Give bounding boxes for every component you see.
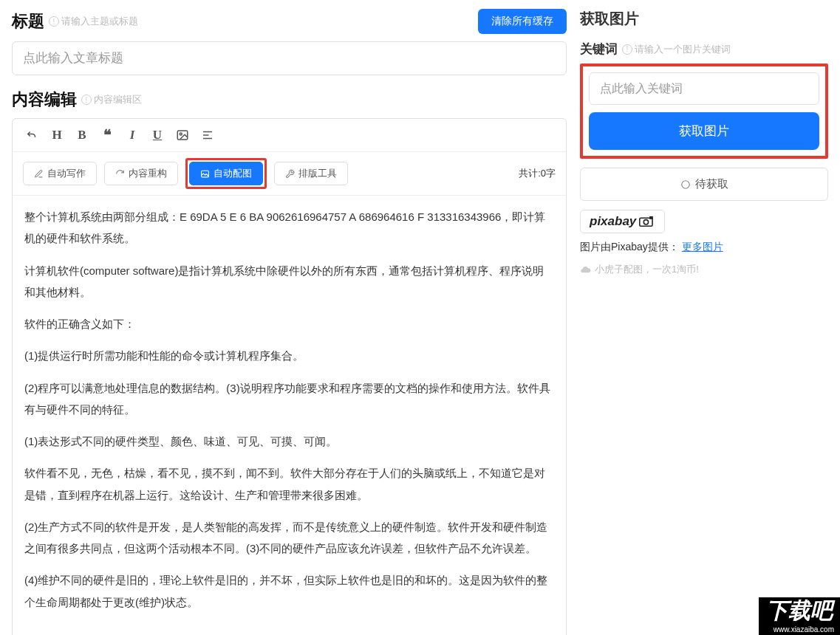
- word-count: 共计:0字: [519, 167, 556, 180]
- pending-button[interactable]: 待获取: [580, 168, 828, 201]
- image-icon[interactable]: [174, 126, 191, 144]
- paragraph: 整个计算机系统由两部分组成：E 69DA 5 E 6 BA 9062616964…: [24, 206, 554, 250]
- underline-button[interactable]: U: [148, 126, 166, 144]
- keyword-hint-text: 请输入一个图片关键词: [635, 43, 731, 56]
- pixabay-badge: pixabay: [580, 210, 665, 233]
- footer-text: 小虎子配图，一次1淘币!: [595, 263, 699, 276]
- paragraph: (1)提供运行时所需功能和性能的命令或计算机程序集合。: [24, 345, 554, 366]
- svg-point-6: [681, 180, 689, 188]
- restructure-button[interactable]: 内容重构: [104, 162, 178, 185]
- auto-write-label: 自动写作: [47, 167, 86, 180]
- highlight-keyword-box: 获取图片: [580, 64, 828, 159]
- content-section-label: 内容编辑: [12, 89, 77, 111]
- layout-tool-button[interactable]: 排版工具: [274, 162, 348, 185]
- watermark-big: 下载吧: [759, 597, 840, 624]
- keyword-input[interactable]: [589, 72, 819, 105]
- svg-rect-9: [649, 216, 653, 219]
- auto-write-button[interactable]: 自动写作: [23, 162, 97, 185]
- bold-button[interactable]: B: [73, 126, 91, 144]
- more-images-link[interactable]: 更多图片: [682, 241, 723, 253]
- highlight-auto-image: 自动配图: [185, 158, 267, 189]
- auto-image-button[interactable]: 自动配图: [189, 162, 263, 185]
- pixabay-text: pixabay: [590, 214, 636, 229]
- info-icon: !: [622, 44, 632, 55]
- editor-card: H B ❝ I U 自动写作 内容重构: [12, 118, 567, 635]
- content-hint-text: 内容编辑区: [94, 93, 142, 106]
- layout-tool-label: 排版工具: [298, 167, 337, 180]
- keyword-hint: ! 请输入一个图片关键词: [622, 43, 731, 56]
- paragraph: (4)维护不同的硬件是旧的，理论上软件是旧的，并不坏，但实际上软件也是旧的和坏的…: [24, 569, 554, 613]
- image-credit: 图片由Pixabay提供： 更多图片: [580, 241, 828, 254]
- paragraph: (2)程序可以满意地处理信息的数据结构。(3)说明程序功能要求和程序需要的文档的…: [24, 377, 554, 421]
- keyword-label: 关键词: [580, 41, 618, 58]
- action-toolbar: 自动写作 内容重构 自动配图 排版工具 共计:0字: [13, 152, 566, 196]
- watermark-small: www.xiazaiba.com: [759, 624, 840, 635]
- fetch-image-title: 获取图片: [580, 9, 828, 29]
- paragraph: 计算机软件(computer software)是指计算机系统中除硬件以外的所有…: [24, 260, 554, 303]
- align-icon[interactable]: [199, 126, 216, 144]
- camera-icon: [639, 216, 655, 227]
- title-hint-text: 请输入主题或标题: [61, 15, 138, 28]
- pending-label: 待获取: [695, 177, 728, 191]
- credit-prefix: 图片由Pixabay提供：: [580, 241, 679, 253]
- title-hint: ! 请输入主题或标题: [49, 15, 138, 28]
- undo-icon[interactable]: [23, 126, 41, 144]
- content-hint: ! 内容编辑区: [81, 93, 142, 106]
- article-title-input[interactable]: [12, 41, 567, 75]
- info-icon: !: [81, 95, 92, 105]
- svg-point-8: [644, 220, 649, 224]
- svg-point-1: [180, 133, 182, 135]
- paragraph: 软件的正确含义如下：: [24, 313, 554, 334]
- auto-image-label: 自动配图: [214, 167, 252, 180]
- watermark: 下载吧 www.xiazaiba.com: [759, 597, 840, 635]
- paragraph: (1)表达形式不同的硬件类型、颜色、味道、可见、可摸、可闻。: [24, 430, 554, 452]
- format-toolbar: H B ❝ I U: [13, 119, 566, 152]
- fetch-image-button[interactable]: 获取图片: [589, 112, 819, 150]
- info-icon: !: [49, 16, 59, 27]
- footer-note: 小虎子配图，一次1淘币!: [580, 263, 828, 276]
- italic-button[interactable]: I: [123, 126, 141, 144]
- clear-cache-button[interactable]: 清除所有缓存: [478, 9, 567, 34]
- quote-button[interactable]: ❝: [98, 126, 116, 144]
- paragraph: 软件看不见，无色，枯燥，看不见，摸不到，闻不到。软件大部分存在于人们的头脑或纸上…: [24, 462, 554, 506]
- cloud-icon: [580, 264, 591, 275]
- restructure-label: 内容重构: [129, 167, 167, 180]
- title-section-label: 标题: [12, 10, 44, 32]
- heading-button[interactable]: H: [48, 126, 66, 144]
- paragraph: (2)生产方式不同的软件是开发，是人类智能的高发挥，而不是传统意义上的硬件制造。…: [24, 516, 554, 560]
- editor-body[interactable]: 整个计算机系统由两部分组成：E 69DA 5 E 6 BA 9062616964…: [13, 196, 566, 635]
